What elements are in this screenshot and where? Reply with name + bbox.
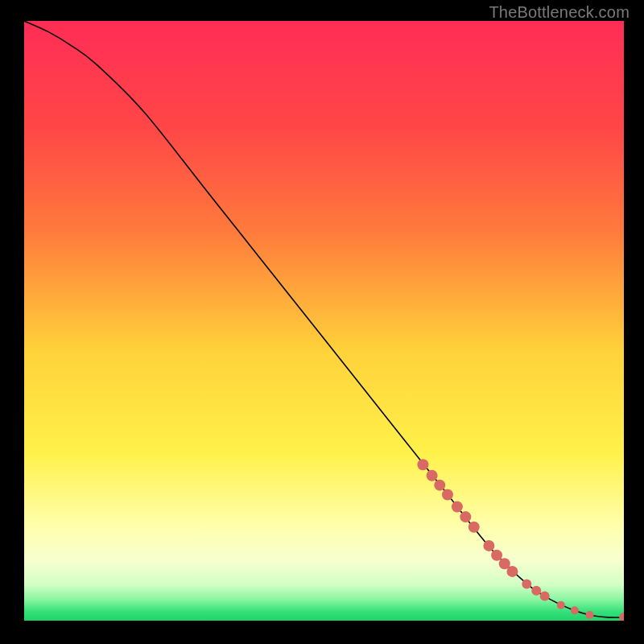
data-point — [427, 470, 438, 481]
data-point — [483, 540, 494, 551]
data-point — [531, 586, 541, 596]
data-point — [460, 511, 471, 522]
data-point — [506, 566, 518, 577]
watermark-text: TheBottleneck.com — [489, 3, 630, 22]
data-point — [491, 550, 502, 561]
data-point — [442, 489, 453, 501]
data-point — [540, 591, 550, 601]
chart-stage: TheBottleneck.com — [0, 0, 644, 644]
chart-plot-area — [24, 21, 624, 621]
data-point — [469, 522, 480, 533]
data-point — [557, 601, 565, 609]
data-point — [417, 459, 428, 470]
data-point — [434, 480, 445, 491]
data-point — [452, 501, 463, 512]
chart-svg — [24, 21, 624, 621]
data-point — [522, 580, 531, 589]
data-point — [571, 606, 579, 614]
gradient-background — [24, 21, 624, 621]
data-point — [586, 611, 594, 619]
